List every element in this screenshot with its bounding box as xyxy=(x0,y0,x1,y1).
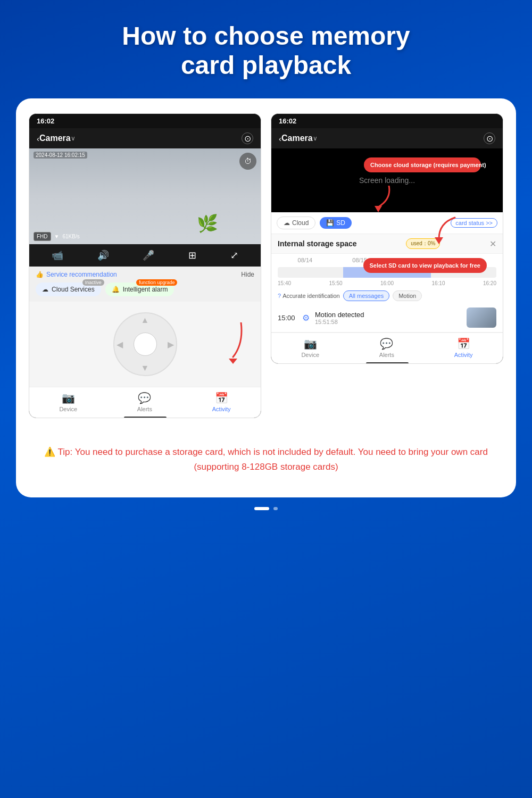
right-chevron-icon[interactable]: ∨ xyxy=(313,135,318,142)
camera-view: 2024-08-12 16:02:15 🌿 ⏱ FHD ▼ 61KB/s xyxy=(29,148,261,244)
tab-cloud[interactable]: ☁ Cloud xyxy=(277,217,315,229)
alarm-icon: 🔔 xyxy=(112,286,120,293)
event-row[interactable]: 15:00 ⚙ Motion detected 15:51:58 xyxy=(271,303,503,332)
right-nav-activity[interactable]: 📅 Activity xyxy=(454,337,473,358)
right-phone: 16:02 ‹ Camera ∨ ⊙ Screen loading... Cho… xyxy=(271,113,503,364)
dpad-center[interactable] xyxy=(134,332,157,356)
right-nav-title: Camera xyxy=(281,134,313,143)
right-nav-activity-label: Activity xyxy=(454,352,473,358)
event-time: 15:00 xyxy=(278,314,297,322)
fullscreen-icon[interactable]: ⤢ xyxy=(230,250,238,261)
right-nav-alerts[interactable]: 💬 Alerts xyxy=(379,337,394,358)
sd-tab-label: SD xyxy=(336,219,345,227)
right-nav-device-label: Device xyxy=(301,352,319,358)
page-dots xyxy=(254,507,278,510)
sd-storage-section: ☁ Cloud 💾 SD card status >> Internal sto… xyxy=(271,212,503,332)
right-home-indicator xyxy=(366,362,409,364)
speaker-icon[interactable]: 🔊 xyxy=(97,250,109,261)
storage-tabs: ☁ Cloud 💾 SD card status >> xyxy=(271,212,503,234)
activity-arrow-annotation xyxy=(217,322,249,367)
dpad-up-icon[interactable]: ▲ xyxy=(141,315,149,325)
hide-label[interactable]: Hide xyxy=(241,271,254,278)
right-settings-icon[interactable]: ⊙ xyxy=(484,132,495,144)
timer-icon: ⏱ xyxy=(239,153,256,170)
filter-motion-btn[interactable]: Motion xyxy=(393,290,422,301)
thumb-up-icon: 👍 xyxy=(36,271,44,278)
cloud-services-button[interactable]: ☁ Cloud Services Inactive xyxy=(36,282,101,296)
activity-icon: 📅 xyxy=(215,392,228,404)
loading-text: Screen loading... xyxy=(359,176,415,185)
page-title: How to choose memory card playback xyxy=(122,21,410,80)
dpad[interactable]: ▲ ▼ ◀ ▶ xyxy=(113,312,177,376)
rec-label: Service recommendation xyxy=(46,271,117,278)
sd-tab-icon: 💾 xyxy=(326,219,334,227)
cloud-arrow-svg xyxy=(373,186,400,214)
right-status-bar: 16:02 xyxy=(271,114,503,128)
phone-controls: 📹 🔊 🎤 ⊞ ⤢ xyxy=(29,244,261,267)
dot-1[interactable] xyxy=(254,507,269,510)
ai-label: ? Accurate identification xyxy=(278,293,340,299)
right-alerts-icon: 💬 xyxy=(380,337,393,350)
cloud-icon: ☁ xyxy=(42,286,48,293)
tab-sd[interactable]: 💾 SD xyxy=(320,217,352,229)
device-icon: 📷 xyxy=(62,392,75,404)
settings-icon[interactable]: ⊙ xyxy=(242,132,253,144)
close-icon[interactable]: ✕ xyxy=(489,239,496,249)
filter-all-btn[interactable]: All messages xyxy=(343,290,389,301)
svg-marker-2 xyxy=(435,237,443,244)
inactive-badge: Inactive xyxy=(82,279,104,286)
nav-device[interactable]: 📷 Device xyxy=(59,392,77,412)
mic-icon[interactable]: 🎤 xyxy=(143,250,154,261)
alarm-btn-label: Intelligent alarm xyxy=(123,286,168,293)
date-08-14[interactable]: 08/14 xyxy=(278,257,332,263)
right-activity-icon: 📅 xyxy=(457,337,470,350)
event-subtitle: 15:51:58 xyxy=(315,319,461,325)
cloud-annotation-bubble: Choose cloud storage (requires payment) xyxy=(364,157,481,172)
left-nav-title: Camera xyxy=(39,134,71,143)
right-nav-device[interactable]: 📷 Device xyxy=(301,337,319,358)
cloud-tab-label: Cloud xyxy=(292,219,309,227)
chevron-down-icon[interactable]: ∨ xyxy=(71,135,76,142)
alerts-icon: 💬 xyxy=(138,392,151,404)
right-bottom-nav: 📷 Device 💬 Alerts 📅 Activity xyxy=(271,332,503,360)
alarm-button[interactable]: 🔔 Intelligent alarm function upgrade xyxy=(105,282,174,296)
event-thumbnail xyxy=(467,307,496,328)
video-icon[interactable]: 📹 xyxy=(52,250,63,261)
time-1540: 15:40 xyxy=(278,280,291,286)
camera-timestamp: 2024-08-12 16:02:15 xyxy=(34,152,87,159)
dpad-down-icon[interactable]: ▼ xyxy=(141,363,149,373)
event-info: Motion detected 15:51:58 xyxy=(315,311,461,325)
warning-icon: ⚠️ xyxy=(44,447,55,457)
crop-icon[interactable]: ⊞ xyxy=(188,250,196,261)
dpad-right-icon[interactable]: ▶ xyxy=(168,339,174,350)
right-device-icon: 📷 xyxy=(304,337,317,350)
storage-title: Internal storage space xyxy=(278,239,357,248)
left-phone-wrapper: 16:02 ‹ Camera ∨ ⊙ 2024-08-12 16:02:15 🌿… xyxy=(29,113,261,418)
nav-device-label: Device xyxy=(59,406,77,412)
question-icon: ? xyxy=(278,293,281,299)
tip-content: Tip: You need to purchase a storage card… xyxy=(58,447,488,471)
tip-text: ⚠️ Tip: You need to purchase a storage c… xyxy=(41,445,491,473)
timeline-labels: 15:40 15:50 16:00 16:10 16:20 xyxy=(271,280,503,288)
main-card: 16:02 ‹ Camera ∨ ⊙ 2024-08-12 16:02:15 🌿… xyxy=(16,98,516,497)
right-home-indicator-bar xyxy=(271,360,503,363)
sd-arrow-svg xyxy=(428,215,460,249)
left-bottom-nav: 📷 Device 💬 Alerts 📅 Activity xyxy=(29,387,261,414)
svg-marker-1 xyxy=(375,206,382,212)
rec-services: ☁ Cloud Services Inactive 🔔 Intelligent … xyxy=(29,282,261,302)
nav-alerts[interactable]: 💬 Alerts xyxy=(137,392,152,412)
event-motion-icon: ⚙ xyxy=(302,313,310,323)
nav-alerts-label: Alerts xyxy=(137,406,152,412)
left-home-indicator-bar xyxy=(29,414,261,418)
nav-activity[interactable]: 📅 Activity xyxy=(212,392,231,412)
dot-2[interactable] xyxy=(273,507,278,510)
ai-filter-row: ? Accurate identification All messages M… xyxy=(271,288,503,303)
left-nav-bar: ‹ Camera ∨ ⊙ xyxy=(29,128,261,148)
time-1550: 15:50 xyxy=(329,280,342,286)
left-status-bar: 16:02 xyxy=(29,114,261,128)
right-phone-wrapper: 16:02 ‹ Camera ∨ ⊙ Screen loading... Cho… xyxy=(271,113,503,418)
cloud-tab-icon: ☁ xyxy=(284,219,290,227)
dpad-left-icon[interactable]: ◀ xyxy=(117,339,123,350)
time-1620: 16:20 xyxy=(483,280,496,286)
left-phone: 16:02 ‹ Camera ∨ ⊙ 2024-08-12 16:02:15 🌿… xyxy=(29,113,261,418)
